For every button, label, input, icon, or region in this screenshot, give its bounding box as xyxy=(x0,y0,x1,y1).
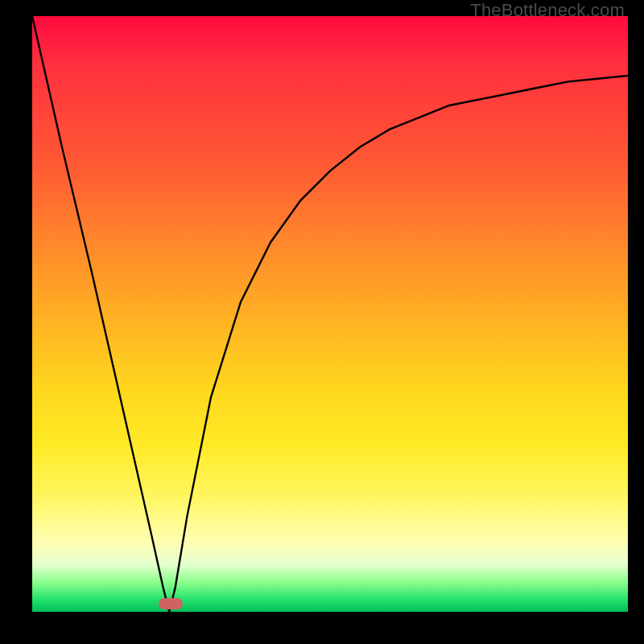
minimum-marker xyxy=(159,598,183,609)
bottleneck-curve xyxy=(32,16,628,612)
chart-frame: TheBottleneck.com xyxy=(0,0,644,644)
curve-svg xyxy=(32,16,628,612)
plot-area xyxy=(32,16,628,612)
